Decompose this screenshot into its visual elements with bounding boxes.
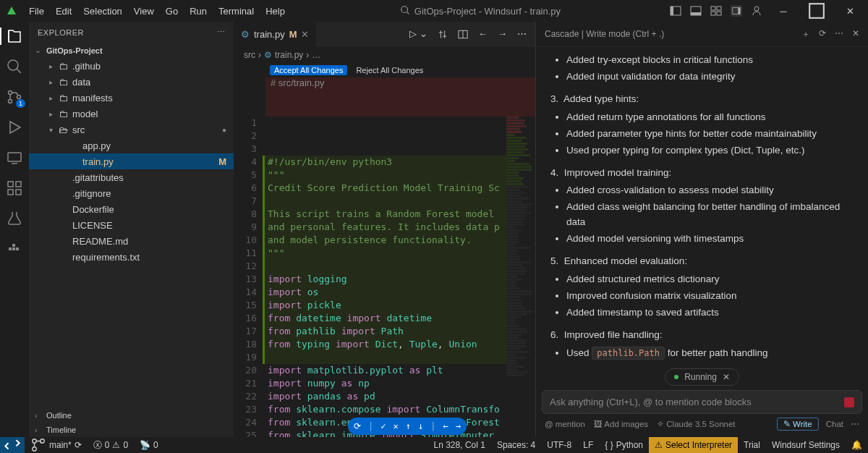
write-mode-button[interactable]: ✎ Write xyxy=(777,418,819,431)
scm-icon[interactable]: 1 xyxy=(6,88,23,106)
svg-point-16 xyxy=(9,91,12,95)
tree-item--gitattributes[interactable]: .gitattributes xyxy=(29,169,234,185)
chat-input[interactable]: Ask anything (Ctrl+L), @ to mention code… xyxy=(542,390,862,414)
menu-view[interactable]: View xyxy=(128,3,160,20)
trial-button[interactable]: Trial xyxy=(738,437,766,453)
indent-button[interactable]: Spaces: 4 xyxy=(491,437,541,453)
menu-terminal[interactable]: Terminal xyxy=(213,3,260,20)
remote-icon[interactable] xyxy=(6,149,23,166)
tree-item-app-py[interactable]: app.py xyxy=(29,137,234,153)
docker-icon[interactable] xyxy=(6,240,23,258)
chat-mode-button[interactable]: Chat xyxy=(826,420,843,428)
explorer-icon[interactable] xyxy=(6,27,23,45)
search-icon[interactable] xyxy=(400,5,410,17)
ports-button[interactable]: 📡 0 xyxy=(134,437,164,453)
run-icon[interactable]: ▷ ⌄ xyxy=(409,28,427,41)
timeline-section[interactable]: ›Timeline xyxy=(29,423,234,437)
search-activity-icon[interactable] xyxy=(6,58,23,75)
reject-changes-button[interactable]: Reject All Changes xyxy=(352,65,427,75)
tree-item--gitignore[interactable]: .gitignore xyxy=(29,185,234,201)
nav-back-icon[interactable]: ← xyxy=(478,28,488,41)
tree-item-LICENSE[interactable]: LICENSE xyxy=(29,217,234,233)
tree-item-manifests[interactable]: ▸🗀manifests xyxy=(29,90,234,106)
errors-button[interactable]: ⓧ 0 ⚠ 0 xyxy=(88,437,134,453)
menu-go[interactable]: Go xyxy=(160,3,184,20)
down-icon[interactable]: ↓ xyxy=(418,420,423,433)
svg-rect-23 xyxy=(8,190,13,195)
check-icon[interactable]: ✓ xyxy=(380,420,386,433)
nav-fwd-icon[interactable]: → xyxy=(498,28,507,41)
stop-button[interactable] xyxy=(844,397,854,407)
account-icon[interactable] xyxy=(751,5,762,17)
tree-item-src[interactable]: ▾🗁src● xyxy=(29,122,234,137)
menu-help[interactable]: Help xyxy=(260,3,291,20)
menu-edit[interactable]: Edit xyxy=(50,3,77,20)
svg-rect-21 xyxy=(8,182,13,187)
debug-icon[interactable] xyxy=(6,119,23,136)
outline-section[interactable]: ›Outline xyxy=(29,408,234,423)
layout-bottom-icon[interactable] xyxy=(690,5,702,17)
compare-icon[interactable] xyxy=(438,28,448,41)
menu-file[interactable]: File xyxy=(23,3,50,20)
up-icon[interactable]: ↑ xyxy=(406,420,411,433)
maximize-button[interactable] xyxy=(804,2,829,20)
bell-icon[interactable]: 🔔 xyxy=(846,437,868,453)
tree-item-README-md[interactable]: README.md xyxy=(29,233,234,249)
layout-left-icon[interactable] xyxy=(670,5,681,17)
cascade-close-icon[interactable]: ✕ xyxy=(852,28,859,41)
sidebar-more-icon[interactable]: ⋯ xyxy=(217,27,226,37)
encoding-button[interactable]: UTF-8 xyxy=(541,437,577,453)
minimize-button[interactable]: ─ xyxy=(771,2,796,20)
tree-item--github[interactable]: ▸🗀.github xyxy=(29,58,234,74)
prev-icon[interactable]: ← xyxy=(443,420,448,433)
mention-button[interactable]: @ mention xyxy=(545,420,585,428)
minimap[interactable] xyxy=(506,117,535,437)
interpreter-button[interactable]: ⚠ Select Interpreter xyxy=(649,437,738,453)
accept-changes-button[interactable]: Accept All Changes xyxy=(270,65,347,75)
language-button[interactable]: { } Python xyxy=(599,437,649,453)
extensions-icon[interactable] xyxy=(6,179,23,197)
menu-selection[interactable]: Selection xyxy=(77,3,127,20)
new-chat-icon[interactable]: ＋ xyxy=(801,28,810,41)
project-header[interactable]: ⌄GitOps-Project xyxy=(29,43,234,58)
cursor-position[interactable]: Ln 328, Col 1 xyxy=(428,437,491,453)
settings-button[interactable]: Windsurf Settings xyxy=(766,437,846,453)
tree-item-model[interactable]: ▸🗀model xyxy=(29,106,234,122)
tab-train-py[interactable]: ⚙ train.py M ✕ xyxy=(234,22,317,47)
svg-point-18 xyxy=(17,96,21,99)
breadcrumb[interactable]: src › ⚙ train.py › … xyxy=(234,47,535,63)
cascade-more-icon[interactable]: ⋯ xyxy=(835,28,843,41)
model-selector[interactable]: ✧ Claude 3.5 Sonnet xyxy=(657,419,735,429)
editor-tabs: ⚙ train.py M ✕ ▷ ⌄ ← → ⋯ xyxy=(234,22,535,47)
tree-item-data[interactable]: ▸🗀data xyxy=(29,74,234,90)
svg-rect-13 xyxy=(809,4,824,18)
svg-rect-11 xyxy=(738,8,740,14)
next-icon[interactable]: → xyxy=(456,420,461,433)
remote-button[interactable] xyxy=(0,437,25,453)
eol-button[interactable]: LF xyxy=(577,437,599,453)
window-title[interactable]: GitOps-Project - Windsurf - train.py xyxy=(414,6,561,17)
stop-running-icon[interactable]: ✕ xyxy=(723,372,730,382)
layout-grid-icon[interactable] xyxy=(710,5,722,17)
close-button[interactable]: ✕ xyxy=(838,2,862,20)
editor-more-icon[interactable]: ⋯ xyxy=(517,28,527,41)
tree-item-requirements-txt[interactable]: requirements.txt xyxy=(29,249,234,265)
x-icon[interactable]: ✕ xyxy=(393,420,398,433)
layout-right-icon[interactable] xyxy=(731,5,742,17)
history-icon[interactable]: ⟳ xyxy=(819,28,826,41)
svg-rect-28 xyxy=(16,247,19,250)
svg-point-12 xyxy=(754,7,759,11)
chat-footer-more-icon[interactable]: ⋯ xyxy=(851,419,859,429)
inline-toolbar: ⟳ | ✓ ✕ ↑ ↓ | ← → xyxy=(348,418,467,435)
code-editor[interactable]: ⟳ | ✓ ✕ ↑ ↓ | ← → #!/usr/bin/env python3… xyxy=(263,117,506,437)
split-icon[interactable] xyxy=(458,28,468,41)
tree-item-Dockerfile[interactable]: Dockerfile xyxy=(29,201,234,217)
menu-run[interactable]: Run xyxy=(184,3,213,20)
cascade-title: Cascade | Write mode (Ctrl + .) xyxy=(545,29,664,39)
add-images-button[interactable]: 🖼 Add images xyxy=(594,420,648,428)
sync-icon[interactable]: ⟳ xyxy=(354,420,361,433)
close-icon[interactable]: ✕ xyxy=(301,29,309,40)
testing-icon[interactable] xyxy=(6,210,23,227)
tree-item-train-py[interactable]: train.pyM xyxy=(29,153,234,169)
branch-button[interactable]: main* ⟳ xyxy=(25,437,88,453)
